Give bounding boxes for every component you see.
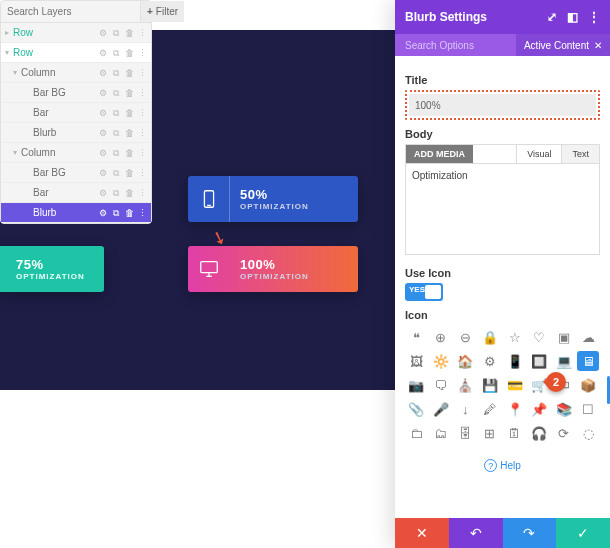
duplicate-icon[interactable]: ⧉ xyxy=(111,48,121,58)
icon-cell[interactable]: ⛪ xyxy=(454,375,476,395)
body-textarea[interactable]: Optimization xyxy=(405,163,600,255)
icon-cell[interactable]: 🗓 xyxy=(504,423,526,443)
add-media-button[interactable]: ADD MEDIA xyxy=(406,145,473,163)
trash-icon[interactable]: 🗑 xyxy=(124,68,134,78)
visual-tab[interactable]: Visual xyxy=(516,145,561,163)
icon-cell[interactable]: 🖥 xyxy=(577,351,599,371)
layer-row[interactable]: Bar BG⚙⧉🗑⋮ xyxy=(1,83,151,103)
blurb-card-teal[interactable]: 75% OPTIMIZATION xyxy=(0,246,104,292)
icon-cell[interactable]: 🗨 xyxy=(430,375,452,395)
trash-icon[interactable]: 🗑 xyxy=(124,168,134,178)
icon-cell[interactable]: ⊞ xyxy=(479,423,501,443)
layer-row[interactable]: Bar⚙⧉🗑⋮ xyxy=(1,183,151,203)
duplicate-icon[interactable]: ⧉ xyxy=(111,168,121,178)
icon-cell[interactable]: 📷 xyxy=(405,375,427,395)
more-icon[interactable]: ⋮ xyxy=(588,10,600,24)
blurb-card-gradient[interactable]: 100% OPTIMIZATION xyxy=(188,246,358,292)
more-icon[interactable]: ⋮ xyxy=(137,208,147,218)
redo-button[interactable]: ↷ xyxy=(503,518,557,548)
more-icon[interactable]: ⋮ xyxy=(137,128,147,138)
gear-icon[interactable]: ⚙ xyxy=(98,88,108,98)
more-icon[interactable]: ⋮ xyxy=(137,28,147,38)
layer-row[interactable]: Bar⚙⧉🗑⋮ xyxy=(1,103,151,123)
duplicate-icon[interactable]: ⧉ xyxy=(111,68,121,78)
gear-icon[interactable]: ⚙ xyxy=(98,128,108,138)
active-content-tab[interactable]: Active Content ✕ xyxy=(516,34,610,56)
cancel-button[interactable]: ✕ xyxy=(395,518,449,548)
layer-row[interactable]: Blurb⚙⧉🗑⋮ xyxy=(1,203,151,223)
trash-icon[interactable]: 🗑 xyxy=(124,148,134,158)
more-icon[interactable]: ⋮ xyxy=(137,68,147,78)
icon-cell[interactable]: ⚙ xyxy=(479,351,501,371)
duplicate-icon[interactable]: ⧉ xyxy=(111,148,121,158)
gear-icon[interactable]: ⚙ xyxy=(98,28,108,38)
duplicate-icon[interactable]: ⧉ xyxy=(111,128,121,138)
trash-icon[interactable]: 🗑 xyxy=(124,128,134,138)
icon-cell[interactable]: ☁ xyxy=(577,327,599,347)
layer-row[interactable]: ▾Column⚙⧉🗑⋮ xyxy=(1,63,151,83)
icon-cell[interactable]: ▣ xyxy=(553,327,575,347)
more-icon[interactable]: ⋮ xyxy=(137,148,147,158)
icon-cell[interactable]: 📱 xyxy=(504,351,526,371)
more-icon[interactable]: ⋮ xyxy=(137,168,147,178)
icon-cell[interactable]: 🖼 xyxy=(405,351,427,371)
more-icon[interactable]: ⋮ xyxy=(137,88,147,98)
use-icon-toggle[interactable]: YES xyxy=(405,283,600,301)
layers-filter-button[interactable]: + Filter xyxy=(140,1,184,22)
icon-cell[interactable]: ⟳ xyxy=(553,423,575,443)
duplicate-icon[interactable]: ⧉ xyxy=(111,88,121,98)
icon-cell[interactable]: 🗂 xyxy=(430,423,452,443)
icon-cell[interactable]: 💾 xyxy=(479,375,501,395)
icon-cell[interactable]: 📦 xyxy=(577,375,599,395)
icon-cell[interactable]: 🔲 xyxy=(528,351,550,371)
layer-row[interactable]: ▾Row⚙⧉🗑⋮ xyxy=(1,43,151,63)
icon-cell[interactable]: ⊕ xyxy=(430,327,452,347)
blurb-card-blue[interactable]: 50% OPTIMIZATION xyxy=(188,176,358,222)
text-tab[interactable]: Text xyxy=(561,145,599,163)
layer-row[interactable]: Blurb⚙⧉🗑⋮ xyxy=(1,123,151,143)
more-icon[interactable]: ⋮ xyxy=(137,108,147,118)
icon-cell[interactable]: 🏠 xyxy=(454,351,476,371)
help-link[interactable]: ?Help xyxy=(405,459,600,472)
gear-icon[interactable]: ⚙ xyxy=(98,148,108,158)
icon-cell[interactable]: 🔆 xyxy=(430,351,452,371)
icon-cell[interactable]: ☐ xyxy=(577,399,599,419)
icon-cell[interactable]: ❝ xyxy=(405,327,427,347)
expand-icon[interactable]: ⤢ xyxy=(547,10,557,24)
icon-cell[interactable]: 💻 xyxy=(553,351,575,371)
trash-icon[interactable]: 🗑 xyxy=(124,28,134,38)
icon-cell[interactable]: 🎧 xyxy=(528,423,550,443)
icon-cell[interactable]: 🔒 xyxy=(479,327,501,347)
layers-search-input[interactable] xyxy=(1,6,140,17)
gear-icon[interactable]: ⚙ xyxy=(98,208,108,218)
trash-icon[interactable]: 🗑 xyxy=(124,88,134,98)
trash-icon[interactable]: 🗑 xyxy=(124,208,134,218)
snap-icon[interactable]: ◧ xyxy=(567,10,578,24)
icon-cell[interactable]: 🗀 xyxy=(405,423,427,443)
icon-cell[interactable]: 📍 xyxy=(504,399,526,419)
gear-icon[interactable]: ⚙ xyxy=(98,68,108,78)
gear-icon[interactable]: ⚙ xyxy=(98,168,108,178)
more-icon[interactable]: ⋮ xyxy=(137,48,147,58)
icon-cell[interactable]: 🎤 xyxy=(430,399,452,419)
icon-cell[interactable]: 💳 xyxy=(504,375,526,395)
save-button[interactable]: ✓ xyxy=(556,518,610,548)
icon-cell[interactable]: ◌ xyxy=(577,423,599,443)
icon-cell[interactable]: 🖉 xyxy=(479,399,501,419)
gear-icon[interactable]: ⚙ xyxy=(98,48,108,58)
duplicate-icon[interactable]: ⧉ xyxy=(111,188,121,198)
gear-icon[interactable]: ⚙ xyxy=(98,108,108,118)
layer-row[interactable]: Bar BG⚙⧉🗑⋮ xyxy=(1,163,151,183)
trash-icon[interactable]: 🗑 xyxy=(124,188,134,198)
undo-button[interactable]: ↶ xyxy=(449,518,503,548)
title-input[interactable] xyxy=(409,94,596,116)
trash-icon[interactable]: 🗑 xyxy=(124,48,134,58)
icon-cell[interactable]: ☆ xyxy=(504,327,526,347)
duplicate-icon[interactable]: ⧉ xyxy=(111,108,121,118)
icon-cell[interactable]: 🗄 xyxy=(454,423,476,443)
layer-row[interactable]: ▸Row⚙⧉🗑⋮ xyxy=(1,23,151,43)
duplicate-icon[interactable]: ⧉ xyxy=(111,208,121,218)
icon-cell[interactable]: 📌 xyxy=(528,399,550,419)
trash-icon[interactable]: 🗑 xyxy=(124,108,134,118)
gear-icon[interactable]: ⚙ xyxy=(98,188,108,198)
